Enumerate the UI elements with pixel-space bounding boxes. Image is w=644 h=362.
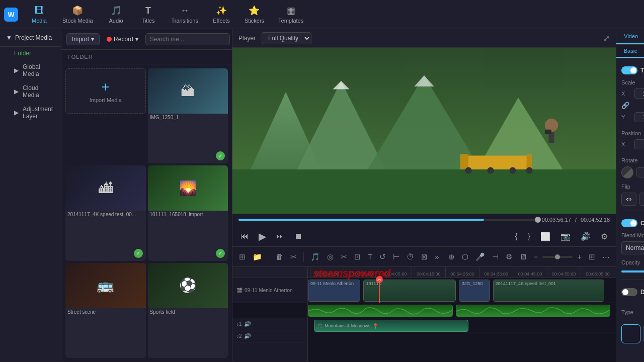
blend-mode-label: Blend Mode [621,232,644,238]
clip-2-label: IMG_1250 [461,281,482,286]
audio-clip-2[interactable] [456,305,610,317]
timeline-more-button[interactable]: » [432,251,441,262]
toolbar-item-effects[interactable]: ✨ Effects [206,2,236,27]
toolbar-item-stock-media[interactable]: 📦 Stock Media [56,2,99,27]
timeline-clip-1[interactable]: 101111... [363,280,456,302]
timeline-cut-button[interactable]: ✂ [288,251,299,263]
position-section: Position ◆ X px Y px [621,125,644,149]
timeline-crop-button[interactable]: ⊡ [352,251,363,263]
preview-progress-bar[interactable]: 00:03:56:17 / 00:04:52:18 [232,214,616,226]
svg-point-13 [509,167,516,174]
snapshot-button[interactable]: 📷 [558,231,573,242]
mark-in-button[interactable]: { [513,231,519,242]
media-label-img2: Street scene [65,308,146,316]
scale-y-input[interactable] [634,112,644,122]
zoom-slider-handle[interactable] [555,254,560,259]
timeline-text-button[interactable]: T [365,251,375,262]
flip-vertical-button[interactable]: ⇕ [639,193,644,206]
timeline-music-button[interactable]: 🎵 [308,251,323,263]
timeline-add-track-button[interactable]: ⊞ [236,251,248,263]
audio-clip-1[interactable] [308,305,453,317]
timeline-folder-button[interactable]: 📁 [250,251,265,263]
timeline-mic-button[interactable]: 🎤 [473,251,488,263]
toolbar-item-media[interactable]: 🎞 Media [24,3,54,27]
track-number-1: ♪1 🔊 [232,318,307,330]
timeline-clip-3[interactable]: 20141117_4K speed test_001 [493,280,604,302]
toolbar-item-titles[interactable]: T Titles [133,3,164,27]
transform-toggle[interactable] [621,66,637,74]
lock-icon[interactable]: 🔗 [621,102,629,109]
music-clip[interactable]: 🎵 Mountains & Meadows 📍 [314,320,468,332]
import-button[interactable]: Import ▾ [66,33,100,45]
sub-tab-basic[interactable]: Basic [616,45,644,58]
timeline-zoom-out-button[interactable]: − [531,251,541,262]
mark-out-button[interactable]: } [526,231,532,242]
ruler-mark-4: 00:04:25:00 [445,267,479,278]
timeline-delete-button[interactable]: 🗑 [273,251,286,262]
drop-shadow-type-label: Type [621,309,633,315]
tab-video[interactable]: Video [616,29,644,44]
svg-rect-9 [460,154,469,169]
timeline-marker-button[interactable]: ⬡ [459,251,471,263]
record-button[interactable]: Record ▾ [103,34,142,45]
timeline-razor-button[interactable]: ✂ [338,251,350,263]
quality-select[interactable]: Full Quality [262,32,311,44]
sidebar-item-cloud-media[interactable]: ▶ Cloud Media [0,81,61,102]
timeline-undo-button[interactable]: ↺ [377,251,388,263]
toolbar-item-transitions[interactable]: ↔ Transitions [166,3,204,27]
flip-horizontal-button[interactable]: ⇔ [621,193,636,206]
timeline-options-button[interactable]: ⋯ [600,251,612,263]
drop-shadow-toggle[interactable] [621,288,637,296]
pos-x-label: X [621,141,631,147]
preview-expand-button[interactable]: ⤢ [603,34,610,43]
timeline-zoom-in-button[interactable]: + [575,251,584,262]
top-toolbar: W 🎞 Media 📦 Stock Media 🎵 Audio T Titles… [0,0,644,29]
timeline-grid-button[interactable]: ⊞ [586,251,598,263]
drop-shadow-type-0[interactable] [621,324,640,343]
timeline-trim-button[interactable]: ⊢ [390,251,402,263]
pos-x-input[interactable] [634,139,644,149]
media-item-vid1[interactable]: 🏙 ✓ 20141117_4K speed test_00... [65,165,146,260]
timeline-clip-0[interactable]: 09-11 Menlo Atherton [308,280,360,302]
playhead[interactable]: ✂ [379,278,380,303]
sidebar-item-adjustment-layer[interactable]: ▶ Adjustment Layer [0,102,61,123]
project-media-header[interactable]: ▼ Project Media [0,29,61,47]
media-item-img2[interactable]: 🚌 Street scene [65,263,146,358]
stock-media-label: Stock Media [62,18,93,24]
media-item-img1250[interactable]: 🏔 ✓ IMG_1250_1 [148,68,228,163]
timeline-time-button[interactable]: ⏱ [404,251,417,262]
media-item-vid2[interactable]: 🌄 ✓ 101111_165018_import [148,165,228,260]
sidebar-item-global-media[interactable]: ▶ Global Media [0,60,61,81]
track-label-text: 09-11 Menlo Atherton [245,288,293,293]
timeline-select-button[interactable]: ◎ [325,251,336,263]
skip-forward-button[interactable]: ⏭ [274,231,286,242]
timeline-clip-2[interactable]: IMG_1250 [459,280,490,302]
scale-x-input[interactable] [634,88,644,99]
toolbar-item-stickers[interactable]: ⭐ Stickers [238,2,270,27]
right-sub-tabs: Basic Mask AI Tools Animation [616,45,644,58]
volume-button[interactable]: 🔊 [579,231,593,242]
media-item-img3[interactable]: ⚽ Sports field [148,263,228,358]
blend-mode-select[interactable]: Normal ▾ [621,241,644,254]
stop-button[interactable]: ⏹ [292,231,304,242]
timeline-snap-button[interactable]: ⊕ [446,251,457,263]
timeline-voice-button[interactable]: ⚙ [503,251,515,263]
toolbar-item-templates[interactable]: ▦ Templates [272,2,309,27]
folder-item[interactable]: Folder [0,47,61,60]
skip-back-button[interactable]: ⏮ [238,231,251,242]
track-audio-waveform [232,303,307,318]
compositing-toggle[interactable] [621,219,637,227]
play-button[interactable]: ▶ [257,229,268,243]
timeline-screen-button[interactable]: 🖥 [517,251,529,262]
toolbar-item-audio[interactable]: 🎵 Audio [101,2,131,27]
opacity-slider[interactable] [621,270,644,273]
rotate-input[interactable] [636,167,644,177]
crop-button[interactable]: ⬜ [538,231,552,242]
timeline-expand-button[interactable]: ⊠ [419,251,430,263]
collapse-arrow: ▼ [6,34,12,41]
import-media-tile[interactable]: + Import Media [65,68,146,114]
timeline-split-button[interactable]: ⊣ [490,251,501,263]
audio-waveform-track-1 [308,303,616,318]
search-input[interactable] [145,33,230,45]
settings-ctrl-button[interactable]: ⚙ [599,231,610,242]
